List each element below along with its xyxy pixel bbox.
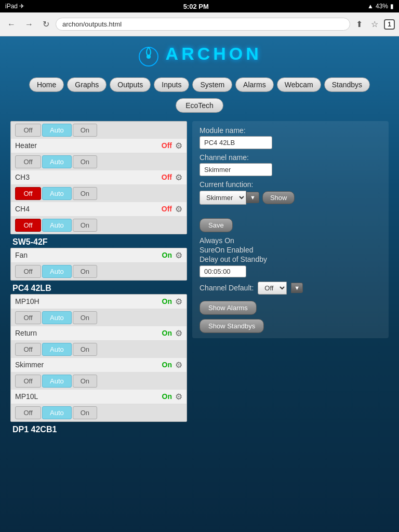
show-standbys-button[interactable]: Show Standbys [200,319,264,333]
ch3-on-button[interactable]: On [73,187,97,200]
heater-channel-row: Heater Off ⚙ [11,139,187,153]
bookmark-icon[interactable]: ☆ [368,18,381,30]
archon-logo-text: ARCHON [166,44,262,63]
mp10h-status: On [162,297,172,305]
right-panel: Module name: Channel name: Current funct… [192,121,389,338]
back-button[interactable]: ← [4,19,19,30]
skimmer-on-button[interactable]: On [73,375,97,388]
return-gear-icon[interactable]: ⚙ [175,328,182,338]
function-select-arrow-icon[interactable]: ▼ [246,192,259,203]
fan-auto-button[interactable]: Auto [42,265,72,278]
function-select-wrap: Skimmer ▼ [200,191,259,205]
battery-icon: ▲ [367,3,374,10]
always-on-text: Always On [200,236,381,245]
main-content: ARCHON Home Graphs Outputs Inputs System… [0,36,399,532]
module-name-label: Module name: [200,126,381,135]
ch4-gear-icon[interactable]: ⚙ [175,204,182,214]
mp10h-off-button[interactable]: Off [15,311,41,324]
tab-count[interactable]: 1 [384,19,395,30]
heater-on-button2[interactable]: On [73,155,97,168]
mp10h-auto-button[interactable]: Auto [42,311,72,324]
heater-toggle-row2: Off Auto On [11,153,187,170]
archon-logo-icon [137,45,160,70]
heater-auto-button2[interactable]: Auto [42,155,72,168]
show-alarms-button[interactable]: Show Alarms [200,301,257,315]
heater-off-button2[interactable]: Off [15,155,41,168]
fan-on-button[interactable]: On [73,265,97,278]
heater-auto-button[interactable]: Auto [42,124,72,137]
browser-bar: ← → ↻ ⬆ ☆ 1 [0,12,399,36]
status-time: 5:02 PM [183,3,209,10]
ch4-auto-button[interactable]: Auto [42,219,72,232]
skimmer-gear-icon[interactable]: ⚙ [175,360,182,370]
return-auto-button[interactable]: Auto [42,343,72,356]
fan-gear-icon[interactable]: ⚙ [175,250,182,260]
ch3-off-button[interactable]: Off [15,187,41,200]
ch4-on-button[interactable]: On [73,219,97,232]
skimmer-channel-row: Skimmer On ⚙ [11,358,187,373]
save-button[interactable]: Save [200,218,233,232]
two-col-layout: Off Auto On Heater Off ⚙ Off Auto On CH3… [0,116,399,435]
ch4-toggle-row: Off Auto On [11,217,187,234]
nav-outputs[interactable]: Outputs [110,77,151,92]
skimmer-toggle-row: Off Auto On [11,373,187,390]
channel-default-select[interactable]: Off [258,282,287,295]
url-bar[interactable] [56,18,350,31]
mp10l-gear-icon[interactable]: ⚙ [175,392,182,402]
share-icon[interactable]: ⬆ [353,18,365,30]
return-off-button[interactable]: Off [15,343,41,356]
reload-button[interactable]: ↻ [39,18,52,30]
delay-time-input[interactable] [200,265,246,277]
nav-alarms[interactable]: Alarms [235,77,274,92]
ch3-channel-row: CH3 Off ⚙ [11,170,187,185]
mp10h-gear-icon[interactable]: ⚙ [175,297,182,307]
mp10l-auto-button[interactable]: Auto [42,406,72,419]
nav-system[interactable]: System [192,77,232,92]
skimmer-auto-button[interactable]: Auto [42,375,72,388]
module-name-input[interactable] [200,136,272,149]
mp10l-off-button[interactable]: Off [15,406,41,419]
ch3-gear-icon[interactable]: ⚙ [175,172,182,182]
fan-channel-row: Fan On ⚙ [11,248,187,263]
ecotech-row: EcoTech [0,98,399,113]
nav-inputs[interactable]: Inputs [154,77,189,92]
return-on-button[interactable]: On [73,343,97,356]
heater-on-button[interactable]: On [73,124,97,137]
forward-button[interactable]: → [22,19,36,30]
ch4-status: Off [162,205,172,213]
function-select[interactable]: Skimmer [200,191,246,205]
mp10h-name: MP10H [15,297,159,305]
module-header-pc4: PC4 42LB [10,282,187,294]
ch4-off-button[interactable]: Off [15,219,41,232]
fan-name: Fan [15,251,159,259]
return-status: On [162,329,172,337]
mp10h-channel-row: MP10H On ⚙ [11,295,187,309]
left-panel: Off Auto On Heater Off ⚙ Off Auto On CH3… [10,121,187,435]
svg-point-1 [147,55,151,59]
heater-off-button[interactable]: Off [15,124,41,137]
status-left: iPad ✈ [5,3,24,10]
show-button[interactable]: Show [262,191,295,204]
nav-webcam[interactable]: Webcam [277,77,321,92]
logo-area: ARCHON [0,36,399,74]
mp10h-on-button[interactable]: On [73,311,97,324]
ch3-name: CH3 [15,173,158,181]
mp10h-toggle-row: Off Auto On [11,309,187,326]
nav-graphs[interactable]: Graphs [67,77,107,92]
mp10l-status: On [162,392,172,401]
nav-standbys[interactable]: Standbys [324,77,370,92]
nav-home[interactable]: Home [29,77,64,92]
ch3-auto-button[interactable]: Auto [42,187,72,200]
ch4-name: CH4 [15,205,158,213]
ch4-channel-row: CH4 Off ⚙ [11,202,187,217]
fan-toggle-row: Off Auto On [11,263,187,280]
skimmer-off-button[interactable]: Off [15,375,41,388]
heater-gear-icon[interactable]: ⚙ [175,141,182,151]
fan-off-button[interactable]: Off [15,265,41,278]
channel-name-input[interactable] [200,163,272,176]
fan-status: On [162,251,172,259]
heater-name: Heater [15,141,158,150]
channel-default-arrow-icon[interactable]: ▼ [291,283,303,293]
mp10l-on-button[interactable]: On [73,406,97,419]
nav-ecotech[interactable]: EcoTech [176,98,223,113]
